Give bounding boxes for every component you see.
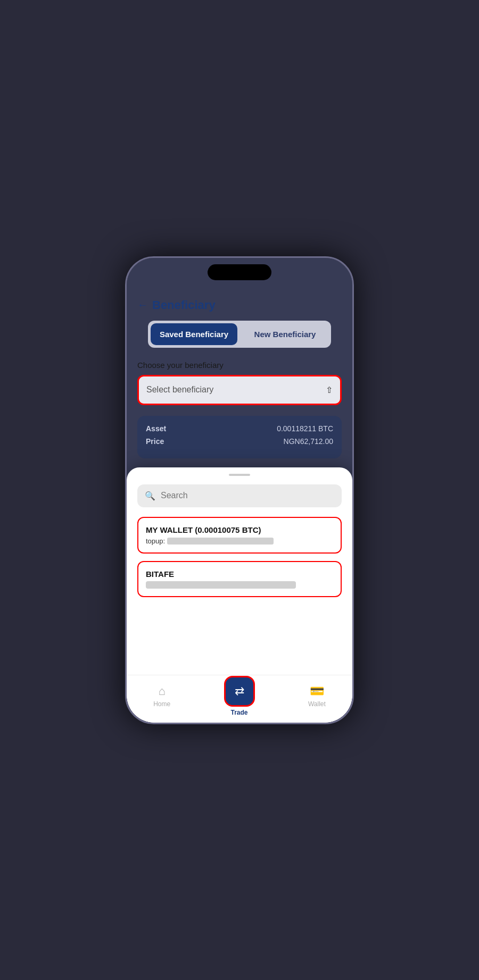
- beneficiary-address-blur-1: [167, 538, 274, 545]
- header: ← Beneficiary Saved Beneficiary New Bene…: [127, 290, 352, 353]
- home-icon: ⌂: [159, 684, 166, 698]
- wallet-label: Wallet: [308, 700, 326, 708]
- phone-frame: ← Beneficiary Saved Beneficiary New Bene…: [125, 256, 354, 724]
- price-label: Price: [146, 437, 164, 446]
- nav-wallet[interactable]: 💳 Wallet: [308, 684, 326, 708]
- beneficiary-name-bitafe: BITAFE: [146, 569, 333, 579]
- nav-home[interactable]: ⌂ Home: [153, 684, 170, 708]
- header-title-row: ← Beneficiary: [137, 298, 342, 312]
- page-title: Beneficiary: [152, 298, 216, 312]
- beneficiary-item-my-wallet[interactable]: MY WALLET (0.00010075 BTC) topup:: [137, 517, 342, 554]
- asset-row: Asset 0.00118211 BTC: [146, 424, 333, 433]
- topup-label: topup:: [146, 537, 165, 545]
- beneficiary-address-blur-2: [146, 581, 296, 589]
- trade-button[interactable]: ⇄: [224, 676, 255, 707]
- bottom-nav: ⌂ Home ⇄ Trade 💳 Wallet: [127, 675, 352, 723]
- asset-card: Asset 0.00118211 BTC Price NGN62,712.00: [137, 416, 342, 458]
- search-icon: 🔍: [145, 491, 155, 501]
- beneficiary-item-bitafe[interactable]: BITAFE: [137, 561, 342, 597]
- phone-inner: ← Beneficiary Saved Beneficiary New Bene…: [127, 258, 352, 723]
- bottom-sheet: 🔍 MY WALLET (0.00010075 BTC) topup: BITA…: [127, 467, 352, 723]
- wallet-icon: 💳: [310, 684, 324, 698]
- asset-label: Asset: [146, 424, 166, 433]
- select-beneficiary-dropdown[interactable]: Select beneficiary ⇧: [137, 375, 342, 405]
- search-bar: 🔍: [137, 484, 342, 507]
- asset-value: 0.00118211 BTC: [277, 424, 333, 433]
- screen: ← Beneficiary Saved Beneficiary New Bene…: [127, 258, 352, 723]
- price-row: Price NGN62,712.00: [146, 437, 333, 446]
- notch: [208, 264, 271, 280]
- choose-beneficiary-label: Choose your beneficiary: [127, 353, 352, 373]
- tab-container: Saved Beneficiary New Beneficiary: [148, 321, 331, 348]
- nav-trade[interactable]: ⇄ Trade: [224, 676, 255, 716]
- tab-new-beneficiary[interactable]: New Beneficiary: [242, 323, 328, 345]
- trade-icon: ⇄: [235, 684, 244, 698]
- home-label: Home: [153, 700, 170, 708]
- tab-saved-beneficiary[interactable]: Saved Beneficiary: [151, 323, 237, 345]
- search-input[interactable]: [161, 491, 334, 500]
- beneficiary-name-my-wallet: MY WALLET (0.00010075 BTC): [146, 525, 333, 534]
- select-beneficiary-placeholder: Select beneficiary: [146, 385, 213, 395]
- sheet-handle: [229, 474, 250, 476]
- chevron-up-icon: ⇧: [326, 385, 333, 395]
- price-value: NGN62,712.00: [284, 437, 333, 446]
- back-button[interactable]: ←: [137, 299, 148, 311]
- beneficiary-topup-row: topup:: [146, 537, 333, 545]
- trade-label: Trade: [231, 709, 248, 716]
